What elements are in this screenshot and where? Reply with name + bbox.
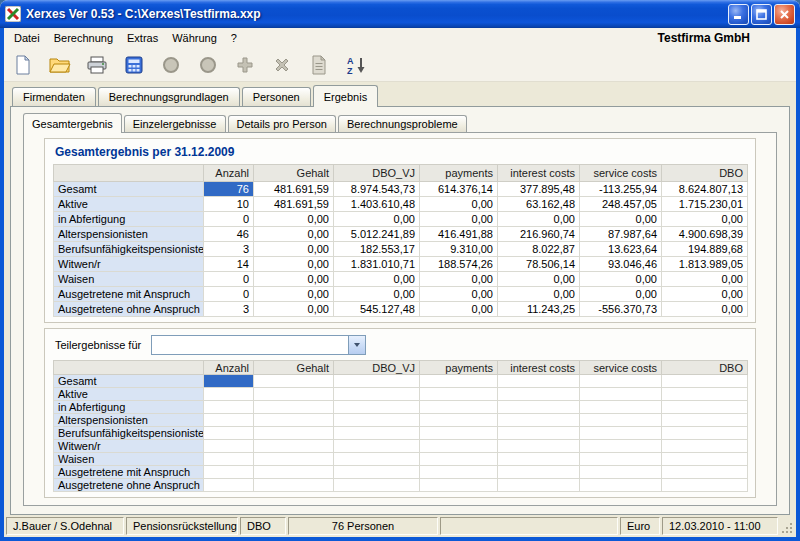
data-cell[interactable] bbox=[254, 414, 334, 427]
print-button[interactable] bbox=[84, 52, 109, 77]
data-cell[interactable] bbox=[498, 375, 580, 388]
title-bar[interactable]: Xerxes Ver 0.53 - C:\Xerxes\Testfirma.xx… bbox=[0, 0, 800, 28]
data-cell[interactable]: 1.715.230,01 bbox=[662, 197, 748, 212]
data-cell[interactable]: 0,00 bbox=[254, 212, 334, 227]
data-cell[interactable]: 0,00 bbox=[420, 272, 498, 287]
data-cell[interactable]: 1.403.610,48 bbox=[334, 197, 420, 212]
subtab-berechnungsprobleme[interactable]: Berechnungsprobleme bbox=[338, 115, 467, 132]
data-cell[interactable]: 0,00 bbox=[498, 212, 580, 227]
data-cell[interactable] bbox=[580, 427, 662, 440]
data-cell[interactable] bbox=[420, 453, 498, 466]
data-cell[interactable]: 14 bbox=[204, 257, 254, 272]
data-cell[interactable]: -113.255,94 bbox=[580, 182, 662, 197]
data-cell[interactable]: 93.046,46 bbox=[580, 257, 662, 272]
data-cell[interactable] bbox=[662, 479, 748, 492]
data-cell[interactable] bbox=[204, 466, 254, 479]
data-cell[interactable] bbox=[420, 479, 498, 492]
data-cell[interactable]: 76 bbox=[204, 182, 254, 197]
data-cell[interactable] bbox=[498, 440, 580, 453]
data-cell[interactable] bbox=[254, 479, 334, 492]
data-cell[interactable] bbox=[204, 440, 254, 453]
data-cell[interactable] bbox=[334, 466, 420, 479]
data-cell[interactable]: 481.691,59 bbox=[254, 197, 334, 212]
data-cell[interactable] bbox=[204, 453, 254, 466]
data-cell[interactable] bbox=[334, 453, 420, 466]
data-cell[interactable] bbox=[204, 414, 254, 427]
teilergebnisse-dropdown[interactable] bbox=[151, 335, 366, 355]
subtab-gesamtergebnis[interactable]: Gesamtergebnis bbox=[23, 113, 122, 133]
data-cell[interactable] bbox=[204, 479, 254, 492]
menu-help[interactable]: ? bbox=[224, 30, 244, 47]
data-cell[interactable] bbox=[662, 440, 748, 453]
data-cell[interactable]: 9.310,00 bbox=[420, 242, 498, 257]
menu-waehrung[interactable]: Währung bbox=[165, 30, 224, 47]
data-cell[interactable] bbox=[580, 401, 662, 414]
data-cell[interactable] bbox=[420, 414, 498, 427]
data-cell[interactable]: 0 bbox=[204, 272, 254, 287]
menu-extras[interactable]: Extras bbox=[120, 30, 165, 47]
data-cell[interactable]: 0,00 bbox=[334, 212, 420, 227]
data-cell[interactable] bbox=[420, 401, 498, 414]
data-cell[interactable]: 0 bbox=[204, 287, 254, 302]
data-cell[interactable]: 0,00 bbox=[420, 287, 498, 302]
data-cell[interactable]: 194.889,68 bbox=[662, 242, 748, 257]
data-cell[interactable]: 0,00 bbox=[254, 287, 334, 302]
data-cell[interactable]: 78.506,14 bbox=[498, 257, 580, 272]
minimize-button[interactable] bbox=[728, 4, 749, 25]
data-cell[interactable]: 0,00 bbox=[662, 272, 748, 287]
data-cell[interactable]: 0,00 bbox=[580, 272, 662, 287]
data-cell[interactable]: 216.960,74 bbox=[498, 227, 580, 242]
data-cell[interactable]: 0,00 bbox=[254, 227, 334, 242]
data-cell[interactable]: 481.691,59 bbox=[254, 182, 334, 197]
app-icon[interactable] bbox=[5, 6, 21, 22]
data-cell[interactable] bbox=[334, 479, 420, 492]
data-cell[interactable] bbox=[254, 375, 334, 388]
data-cell[interactable]: 0,00 bbox=[580, 287, 662, 302]
data-cell[interactable] bbox=[334, 440, 420, 453]
data-cell[interactable]: 4.900.698,39 bbox=[662, 227, 748, 242]
close-button[interactable] bbox=[774, 4, 795, 25]
tab-berechnungsgrundlagen[interactable]: Berechnungsgrundlagen bbox=[98, 87, 240, 106]
data-cell[interactable]: 0,00 bbox=[254, 257, 334, 272]
data-cell[interactable] bbox=[662, 414, 748, 427]
data-cell[interactable]: 0,00 bbox=[498, 287, 580, 302]
data-cell[interactable]: 0,00 bbox=[498, 272, 580, 287]
data-cell[interactable] bbox=[498, 388, 580, 401]
data-cell[interactable] bbox=[420, 427, 498, 440]
data-cell[interactable] bbox=[580, 453, 662, 466]
data-cell[interactable]: 0,00 bbox=[254, 272, 334, 287]
data-cell[interactable] bbox=[498, 427, 580, 440]
data-cell[interactable] bbox=[420, 375, 498, 388]
data-cell[interactable] bbox=[334, 401, 420, 414]
data-cell[interactable] bbox=[420, 388, 498, 401]
data-cell[interactable]: 0,00 bbox=[662, 287, 748, 302]
data-cell[interactable] bbox=[204, 375, 254, 388]
data-cell[interactable] bbox=[662, 388, 748, 401]
data-cell[interactable]: 416.491,88 bbox=[420, 227, 498, 242]
menu-berechnung[interactable]: Berechnung bbox=[47, 30, 120, 47]
data-cell[interactable] bbox=[204, 401, 254, 414]
calculate-button[interactable] bbox=[121, 52, 146, 77]
data-cell[interactable] bbox=[580, 375, 662, 388]
data-cell[interactable] bbox=[334, 375, 420, 388]
data-cell[interactable]: 87.987,64 bbox=[580, 227, 662, 242]
data-cell[interactable]: 0,00 bbox=[662, 302, 748, 317]
data-cell[interactable] bbox=[254, 401, 334, 414]
data-cell[interactable]: 13.623,64 bbox=[580, 242, 662, 257]
data-cell[interactable]: 0,00 bbox=[580, 212, 662, 227]
maximize-button[interactable] bbox=[751, 4, 772, 25]
data-cell[interactable] bbox=[580, 414, 662, 427]
subtab-einzelergebnisse[interactable]: Einzelergebnisse bbox=[124, 115, 226, 132]
data-cell[interactable] bbox=[204, 427, 254, 440]
data-cell[interactable]: 0,00 bbox=[254, 302, 334, 317]
data-cell[interactable] bbox=[580, 388, 662, 401]
data-cell[interactable] bbox=[498, 401, 580, 414]
tab-firmendaten[interactable]: Firmendaten bbox=[12, 87, 96, 106]
data-cell[interactable]: 0,00 bbox=[420, 212, 498, 227]
data-cell[interactable] bbox=[498, 466, 580, 479]
data-cell[interactable] bbox=[498, 414, 580, 427]
data-cell[interactable]: 3 bbox=[204, 302, 254, 317]
resize-grip[interactable] bbox=[780, 517, 794, 535]
data-cell[interactable]: 1.813.989,05 bbox=[662, 257, 748, 272]
data-cell[interactable] bbox=[420, 466, 498, 479]
